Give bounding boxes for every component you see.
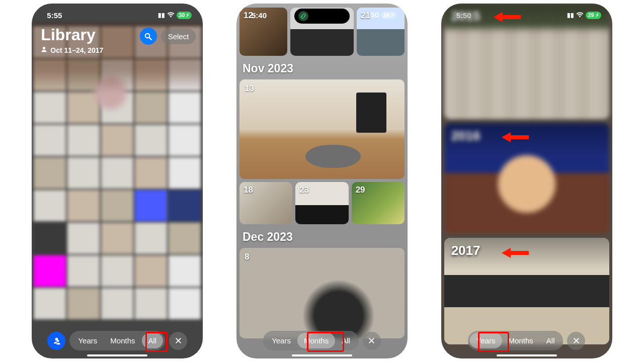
tab-all[interactable]: All: [540, 333, 561, 348]
months-scroll[interactable]: 12 21 Nov 2023 13 18 23 29 Dec 2023 8: [236, 4, 408, 358]
dynamic-island[interactable]: [294, 9, 350, 24]
battery-indicator: 24⚡︎: [381, 12, 396, 19]
select-button[interactable]: Select: [161, 29, 196, 44]
tab-months[interactable]: Months: [104, 333, 141, 348]
signal-icon: ▮▮: [158, 12, 165, 19]
tab-months[interactable]: Months: [297, 333, 335, 348]
month-days-row: 18 23 29: [239, 182, 405, 224]
phone-library-all: 5:55 ▮▮ 30⚡︎ Library Oct 11–24, 2017 Sel…: [32, 4, 203, 358]
signal-icon: ▮▮: [567, 12, 574, 19]
annotation-arrow-icon: [494, 11, 521, 23]
status-bar: 5:55 ▮▮ 30⚡︎: [32, 4, 203, 24]
month-heading: Nov 2023: [243, 62, 403, 75]
month-heading: Dec 2023: [243, 230, 403, 244]
day-hero-thumb[interactable]: 8: [239, 248, 405, 338]
view-segmented-control: Years Months All: [263, 331, 359, 350]
tab-years[interactable]: Years: [470, 333, 502, 348]
status-time: 5:55: [47, 11, 62, 20]
annotation-arrow-icon: [502, 247, 529, 259]
tab-months[interactable]: Months: [502, 333, 540, 348]
library-header: Library Oct 11–24, 2017: [41, 26, 103, 54]
bottom-controls: Years Months All: [236, 331, 408, 350]
years-scroll[interactable]: 2015 2016 2017: [441, 4, 612, 358]
battery-indicator: 29⚡︎: [586, 12, 601, 19]
cellular-label: 5G: [371, 12, 379, 19]
link-indicator-icon: [298, 11, 308, 21]
tab-all[interactable]: All: [335, 333, 357, 348]
svg-marker-3: [502, 132, 529, 142]
view-segmented-control: Years Months All: [69, 331, 165, 350]
bottom-controls: Years Months All: [441, 331, 612, 350]
search-button[interactable]: [140, 28, 157, 45]
wifi-icon: [576, 12, 584, 19]
svg-marker-4: [502, 248, 529, 258]
status-time: 5:50: [456, 11, 471, 20]
svg-marker-2: [494, 12, 521, 22]
bottom-controls: Years Months All: [32, 331, 203, 350]
annotation-arrow-icon: [502, 131, 529, 143]
shared-library-button[interactable]: [47, 332, 65, 350]
tab-years[interactable]: Years: [71, 333, 104, 348]
status-bar: 5:50 ▮▮ 29⚡︎: [441, 4, 612, 24]
view-segmented-control: Years Months All: [468, 331, 564, 350]
status-time: 5:40: [252, 11, 267, 20]
day-thumb[interactable]: 23: [295, 182, 348, 224]
tab-all[interactable]: All: [142, 333, 164, 348]
page-title: Library: [41, 26, 103, 44]
close-button[interactable]: [363, 332, 381, 350]
phone-library-years: 5:50 ▮▮ 29⚡︎ 2015 2016 2017: [441, 4, 612, 358]
status-right: ▮▮ 29⚡︎: [567, 12, 601, 19]
home-indicator[interactable]: [292, 354, 352, 356]
phone-library-months: 5:40 5G 24⚡︎ 12 21 Nov 2023 13 18 23 29 …: [236, 4, 408, 358]
status-right: ▮▮ 30⚡︎: [158, 12, 192, 19]
close-button[interactable]: [567, 332, 585, 350]
day-hero-thumb[interactable]: 13: [239, 79, 405, 179]
status-right: 5G 24⚡︎: [371, 12, 396, 19]
day-thumb[interactable]: 29: [352, 182, 405, 224]
wifi-icon: [167, 12, 175, 19]
tab-years[interactable]: Years: [265, 333, 297, 348]
top-actions: Select: [140, 28, 196, 45]
day-thumb[interactable]: 18: [239, 182, 292, 224]
home-indicator[interactable]: [87, 354, 147, 356]
close-button[interactable]: [169, 332, 187, 350]
svg-line-1: [149, 37, 151, 39]
date-range: Oct 11–24, 2017: [41, 46, 103, 54]
battery-indicator: 30⚡︎: [177, 12, 192, 19]
home-indicator[interactable]: [497, 354, 557, 356]
person-icon: [41, 46, 47, 54]
